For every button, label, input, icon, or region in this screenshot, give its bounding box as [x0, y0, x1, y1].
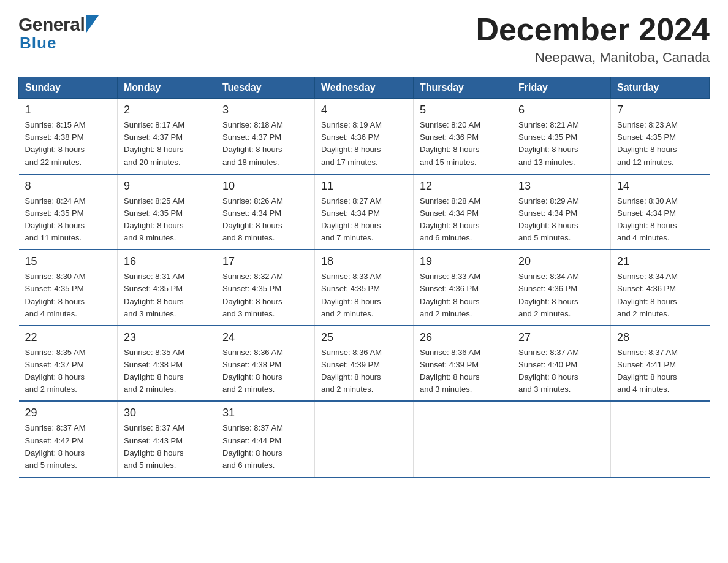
calendar-cell: 2Sunrise: 8:17 AMSunset: 4:37 PMDaylight…	[118, 99, 216, 174]
calendar-subtitle: Neepawa, Manitoba, Canada	[476, 50, 710, 66]
calendar-cell: 13Sunrise: 8:29 AMSunset: 4:34 PMDayligh…	[512, 174, 611, 250]
logo-general-text: General	[18, 15, 85, 34]
calendar-cell: 25Sunrise: 8:36 AMSunset: 4:39 PMDayligh…	[315, 326, 414, 402]
calendar-cell: 30Sunrise: 8:37 AMSunset: 4:43 PMDayligh…	[118, 401, 216, 477]
day-info: Sunrise: 8:33 AMSunset: 4:35 PMDaylight:…	[321, 270, 407, 320]
calendar-cell: 15Sunrise: 8:30 AMSunset: 4:35 PMDayligh…	[19, 250, 118, 326]
col-monday: Monday	[118, 77, 216, 99]
calendar-cell: 20Sunrise: 8:34 AMSunset: 4:36 PMDayligh…	[512, 250, 611, 326]
day-number: 24	[222, 331, 308, 344]
calendar-cell	[512, 401, 611, 477]
day-number: 15	[25, 255, 112, 268]
calendar-cell: 7Sunrise: 8:23 AMSunset: 4:35 PMDaylight…	[611, 99, 710, 174]
calendar-cell: 28Sunrise: 8:37 AMSunset: 4:41 PMDayligh…	[611, 326, 710, 402]
day-number: 1	[25, 104, 112, 117]
day-number: 20	[518, 255, 604, 268]
calendar-cell: 11Sunrise: 8:27 AMSunset: 4:34 PMDayligh…	[315, 174, 414, 250]
day-info: Sunrise: 8:31 AMSunset: 4:35 PMDaylight:…	[124, 270, 210, 320]
calendar-cell: 9Sunrise: 8:25 AMSunset: 4:35 PMDaylight…	[118, 174, 216, 250]
day-info: Sunrise: 8:37 AMSunset: 4:43 PMDaylight:…	[124, 422, 210, 472]
day-number: 22	[25, 331, 112, 344]
calendar-week-row: 15Sunrise: 8:30 AMSunset: 4:35 PMDayligh…	[19, 250, 710, 326]
day-info: Sunrise: 8:32 AMSunset: 4:35 PMDaylight:…	[222, 270, 308, 320]
day-info: Sunrise: 8:33 AMSunset: 4:36 PMDaylight:…	[420, 270, 506, 320]
day-info: Sunrise: 8:23 AMSunset: 4:35 PMDaylight:…	[617, 119, 703, 169]
calendar-title: December 2024	[476, 12, 710, 47]
day-info: Sunrise: 8:30 AMSunset: 4:35 PMDaylight:…	[25, 270, 112, 320]
day-info: Sunrise: 8:37 AMSunset: 4:42 PMDaylight:…	[25, 422, 112, 472]
col-wednesday: Wednesday	[315, 77, 414, 99]
day-number: 30	[124, 407, 210, 419]
calendar-week-row: 29Sunrise: 8:37 AMSunset: 4:42 PMDayligh…	[19, 401, 710, 477]
col-sunday: Sunday	[19, 77, 118, 99]
day-info: Sunrise: 8:35 AMSunset: 4:38 PMDaylight:…	[124, 347, 210, 396]
calendar-cell: 24Sunrise: 8:36 AMSunset: 4:38 PMDayligh…	[216, 326, 315, 402]
calendar-cell: 3Sunrise: 8:18 AMSunset: 4:37 PMDaylight…	[216, 99, 315, 174]
calendar-cell: 16Sunrise: 8:31 AMSunset: 4:35 PMDayligh…	[118, 250, 216, 326]
calendar-cell: 14Sunrise: 8:30 AMSunset: 4:34 PMDayligh…	[611, 174, 710, 250]
day-info: Sunrise: 8:28 AMSunset: 4:34 PMDaylight:…	[420, 195, 506, 245]
col-thursday: Thursday	[414, 77, 512, 99]
calendar-table: Sunday Monday Tuesday Wednesday Thursday…	[18, 77, 710, 478]
day-number: 5	[420, 104, 506, 117]
logo-blue-text: Blue	[20, 34, 56, 52]
day-number: 8	[25, 180, 112, 193]
calendar-cell	[611, 401, 710, 477]
calendar-week-row: 1Sunrise: 8:15 AMSunset: 4:38 PMDaylight…	[19, 99, 710, 174]
col-saturday: Saturday	[611, 77, 710, 99]
day-number: 14	[617, 180, 703, 193]
day-info: Sunrise: 8:18 AMSunset: 4:37 PMDaylight:…	[222, 119, 308, 169]
calendar-cell: 18Sunrise: 8:33 AMSunset: 4:35 PMDayligh…	[315, 250, 414, 326]
calendar-cell: 23Sunrise: 8:35 AMSunset: 4:38 PMDayligh…	[118, 326, 216, 402]
day-number: 13	[518, 180, 604, 193]
day-number: 31	[222, 407, 308, 419]
calendar-cell: 4Sunrise: 8:19 AMSunset: 4:36 PMDaylight…	[315, 99, 414, 174]
day-number: 7	[617, 104, 703, 117]
day-info: Sunrise: 8:17 AMSunset: 4:37 PMDaylight:…	[124, 119, 210, 169]
calendar-cell: 21Sunrise: 8:34 AMSunset: 4:36 PMDayligh…	[611, 250, 710, 326]
day-info: Sunrise: 8:26 AMSunset: 4:34 PMDaylight:…	[222, 195, 308, 245]
calendar-cell: 29Sunrise: 8:37 AMSunset: 4:42 PMDayligh…	[19, 401, 118, 477]
day-info: Sunrise: 8:20 AMSunset: 4:36 PMDaylight:…	[420, 119, 506, 169]
col-tuesday: Tuesday	[216, 77, 315, 99]
day-info: Sunrise: 8:37 AMSunset: 4:40 PMDaylight:…	[518, 347, 604, 396]
day-info: Sunrise: 8:36 AMSunset: 4:39 PMDaylight:…	[420, 347, 506, 396]
header-row: Sunday Monday Tuesday Wednesday Thursday…	[19, 77, 710, 99]
calendar-cell: 17Sunrise: 8:32 AMSunset: 4:35 PMDayligh…	[216, 250, 315, 326]
calendar-cell: 6Sunrise: 8:21 AMSunset: 4:35 PMDaylight…	[512, 99, 611, 174]
day-number: 11	[321, 180, 407, 193]
day-info: Sunrise: 8:35 AMSunset: 4:37 PMDaylight:…	[25, 347, 112, 396]
calendar-cell: 19Sunrise: 8:33 AMSunset: 4:36 PMDayligh…	[414, 250, 512, 326]
calendar-cell: 27Sunrise: 8:37 AMSunset: 4:40 PMDayligh…	[512, 326, 611, 402]
day-info: Sunrise: 8:24 AMSunset: 4:35 PMDaylight:…	[25, 195, 112, 245]
day-number: 26	[420, 331, 506, 344]
day-number: 16	[124, 255, 210, 268]
calendar-cell	[414, 401, 512, 477]
day-number: 12	[420, 180, 506, 193]
calendar-cell: 8Sunrise: 8:24 AMSunset: 4:35 PMDaylight…	[19, 174, 118, 250]
day-number: 27	[518, 331, 604, 344]
logo: General Blue	[18, 12, 99, 53]
calendar-cell: 1Sunrise: 8:15 AMSunset: 4:38 PMDaylight…	[19, 99, 118, 174]
page-header: General Blue December 2024 Neepawa, Mani…	[18, 12, 710, 66]
calendar-week-row: 22Sunrise: 8:35 AMSunset: 4:37 PMDayligh…	[19, 326, 710, 402]
calendar-cell: 12Sunrise: 8:28 AMSunset: 4:34 PMDayligh…	[414, 174, 512, 250]
title-block: December 2024 Neepawa, Manitoba, Canada	[476, 12, 710, 66]
day-info: Sunrise: 8:34 AMSunset: 4:36 PMDaylight:…	[617, 270, 703, 320]
day-number: 19	[420, 255, 506, 268]
day-info: Sunrise: 8:34 AMSunset: 4:36 PMDaylight:…	[518, 270, 604, 320]
day-info: Sunrise: 8:15 AMSunset: 4:38 PMDaylight:…	[25, 119, 112, 169]
day-number: 29	[25, 407, 112, 419]
day-number: 9	[124, 180, 210, 193]
day-number: 2	[124, 104, 210, 117]
calendar-cell: 31Sunrise: 8:37 AMSunset: 4:44 PMDayligh…	[216, 401, 315, 477]
calendar-cell: 10Sunrise: 8:26 AMSunset: 4:34 PMDayligh…	[216, 174, 315, 250]
day-number: 6	[518, 104, 604, 117]
day-number: 18	[321, 255, 407, 268]
logo-triangle-icon	[86, 15, 99, 33]
day-info: Sunrise: 8:19 AMSunset: 4:36 PMDaylight:…	[321, 119, 407, 169]
day-info: Sunrise: 8:25 AMSunset: 4:35 PMDaylight:…	[124, 195, 210, 245]
day-info: Sunrise: 8:29 AMSunset: 4:34 PMDaylight:…	[518, 195, 604, 245]
calendar-week-row: 8Sunrise: 8:24 AMSunset: 4:35 PMDaylight…	[19, 174, 710, 250]
day-info: Sunrise: 8:37 AMSunset: 4:41 PMDaylight:…	[617, 347, 703, 396]
